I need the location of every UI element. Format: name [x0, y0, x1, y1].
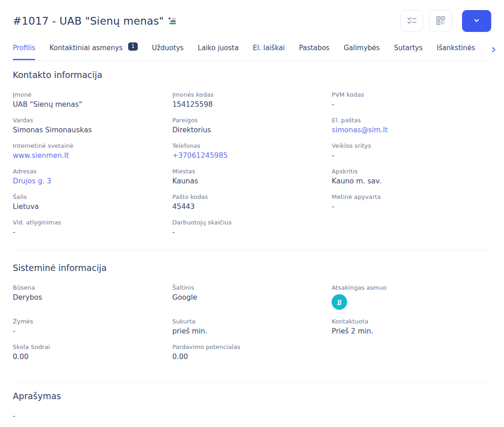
field: Vardas Simonas Simonauskas — [13, 117, 172, 134]
field: Veiklos sritys - — [332, 142, 491, 160]
description-text: - — [13, 412, 491, 420]
tab[interactable]: Išankstinės — [437, 44, 475, 60]
field-label: Įmonė — [13, 91, 172, 98]
field-value: UAB "Sienų menas" — [13, 100, 172, 109]
field-value: 0.00 — [172, 353, 332, 361]
tab-label: Laiko juosta — [198, 44, 239, 52]
field-label: Miestas — [172, 168, 332, 175]
field: Šalis Lietuva — [13, 193, 172, 211]
checklist-icon — [406, 15, 417, 27]
field: Atsakingas asmuo JJ — [332, 284, 491, 310]
actions-dropdown-button[interactable] — [462, 10, 491, 32]
field-value: - — [172, 228, 332, 236]
tab[interactable]: Laiko juosta — [198, 44, 239, 60]
field: El. paštas simonas@sim.lt — [332, 117, 491, 134]
field-label: Apskritis — [332, 168, 491, 175]
tab[interactable]: Profilis — [13, 44, 35, 60]
qr-code-icon — [435, 15, 446, 27]
field-label: Įmonės kodas — [172, 91, 332, 98]
field-value: - — [332, 100, 491, 109]
field-value: - — [332, 151, 491, 160]
field: Pašto kodas 45443 — [172, 193, 332, 211]
page-header: #1017 - UAB "Sienų menas" — [13, 0, 491, 32]
field-label: Žymės — [13, 318, 172, 325]
field-label: Pareigos — [172, 117, 332, 124]
field-value: 0.00 — [13, 353, 172, 361]
field-label: Vardas — [13, 117, 172, 124]
field-label: Skola Sodrai — [13, 344, 172, 350]
field: Įmonė UAB "Sienų menas" — [13, 91, 172, 109]
tab[interactable]: El. laiškai — [253, 44, 285, 60]
field-value: 45443 — [172, 203, 332, 211]
field-value-link[interactable]: www.sienmen.lt — [13, 151, 172, 160]
field-label: Vid. atlyginimas — [13, 219, 172, 226]
field-value: 154125598 — [172, 100, 332, 109]
contact-profile-page: #1017 - UAB "Sienų menas" — [0, 0, 504, 420]
tab-label: Kontaktiniai asmenys — [49, 44, 122, 52]
tabs-scroll-right-button[interactable] — [489, 44, 499, 54]
field-value: Simonas Simonauskas — [13, 126, 172, 134]
field-label: Veiklos sritys — [332, 142, 491, 149]
field: Skola Sodrai 0.00 — [13, 344, 172, 361]
field-value: Direktorius — [172, 126, 332, 134]
tab-label: Pastabos — [299, 44, 329, 52]
field-label: Šaltinis — [172, 284, 332, 291]
field-label: Pašto kodas — [172, 193, 332, 200]
chevron-right-icon — [489, 48, 498, 55]
field: Kontaktuota Prieš 2 min. — [332, 318, 491, 335]
field: Darbuotojų skaičius - — [172, 219, 332, 236]
field-label: Telefonas — [172, 142, 332, 149]
tab[interactable]: Užduotys — [152, 44, 184, 60]
field: Adresas Drujos g. 3 — [13, 168, 172, 185]
field-value: Prieš 2 min. — [332, 327, 491, 335]
page-title-text: #1017 - UAB "Sienų menas" — [13, 15, 164, 27]
field-label: Būsena — [13, 284, 172, 291]
field-label: Pardavimo potencialas — [172, 344, 332, 350]
field-value: Derybos — [13, 293, 172, 302]
field-label: Sukurta — [172, 318, 332, 325]
qr-code-button[interactable] — [429, 10, 452, 32]
section-heading: Sisteminė informacija — [13, 263, 491, 273]
contact-fields-grid: Įmonė UAB "Sienų menas" Įmonės kodas 154… — [13, 91, 491, 236]
section-heading: Aprašymas — [13, 391, 491, 401]
field-label: Adresas — [13, 168, 172, 175]
field: Vid. atlyginimas - — [13, 219, 172, 236]
field-value: Google — [172, 293, 332, 302]
tab-label: Sutartys — [394, 44, 423, 52]
field-value-link[interactable]: simonas@sim.lt — [332, 126, 491, 134]
tab[interactable]: Sutartys — [394, 44, 423, 60]
field-label: Šalis — [13, 193, 172, 200]
field-label: Kontaktuota — [332, 318, 491, 325]
field: Šaltinis Google — [172, 284, 332, 310]
field-value: - — [13, 327, 172, 335]
checklist-button[interactable] — [400, 10, 423, 32]
field: Žymės - — [13, 318, 172, 335]
tab[interactable]: Kontaktiniai asmenys 1 — [49, 44, 138, 61]
tab-label: Išankstinės — [437, 44, 475, 52]
field-value: - — [13, 228, 172, 236]
page-title: #1017 - UAB "Sienų menas" — [13, 15, 177, 27]
field: Miestas Kaunas — [172, 168, 332, 185]
tab-label: Profilis — [13, 44, 35, 52]
field-value: Kauno m. sav. — [332, 177, 491, 185]
tab[interactable]: Pastabos — [299, 44, 329, 60]
avatar[interactable]: JJ — [332, 294, 347, 310]
field: Internetinė svetainė www.sienmen.lt — [13, 142, 172, 160]
field: Sukurta prieš min. — [172, 318, 332, 335]
field-value-link[interactable]: Drujos g. 3 — [13, 177, 172, 185]
tab-label: Galimybės — [343, 44, 379, 52]
field-value-link[interactable]: +37061245985 — [172, 151, 332, 160]
field-value: - — [332, 203, 491, 211]
tab[interactable]: Galimybės — [343, 44, 379, 60]
field-label: PVM kodas — [332, 91, 491, 98]
company-status-icon — [168, 16, 177, 26]
section-contact-information: Kontakto informacija Įmonė UAB "Sienų me… — [13, 61, 491, 236]
tab-label: El. laiškai — [253, 44, 285, 52]
field-value: Lietuva — [13, 203, 172, 211]
field: Būsena Derybos — [13, 284, 172, 310]
header-actions — [400, 10, 491, 32]
profile-content: Kontakto informacija Įmonė UAB "Sienų me… — [13, 61, 491, 420]
system-fields-grid: Būsena Derybos Šaltinis Google Atsakinga… — [13, 284, 491, 361]
field: Apskritis Kauno m. sav. — [332, 168, 491, 185]
tab-badge: 1 — [128, 42, 138, 51]
